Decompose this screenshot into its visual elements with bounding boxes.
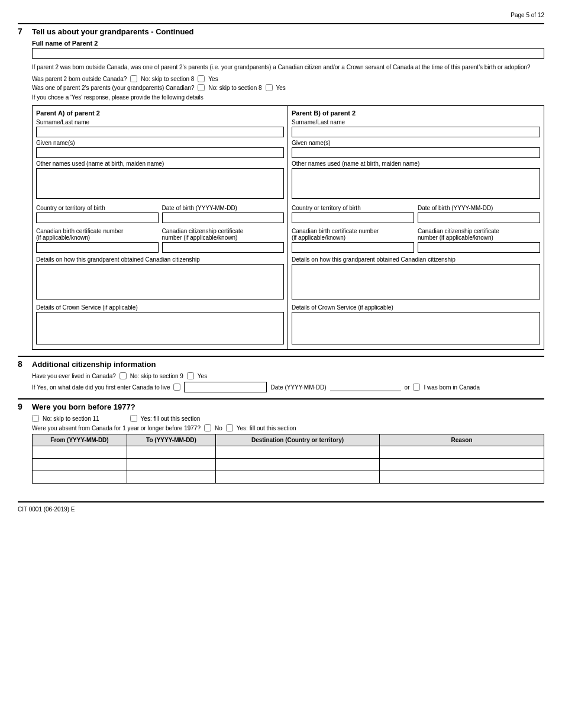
yes-response-text: If you chose a 'Yes' response, please pr… <box>32 94 544 102</box>
absence-table: From (YYYY-MM-DD) To (YYYY-MM-DD) Destin… <box>32 434 544 484</box>
parent2-info-text: If parent 2 was born outside Canada, was… <box>32 63 544 72</box>
born-before-no-label: No: skip to section 11 <box>43 415 99 422</box>
section-9: 9 Were you born before 1977? No: skip to… <box>18 398 544 484</box>
born-outside-no-checkbox[interactable] <box>130 75 137 82</box>
section-9-number: 9 <box>18 402 27 411</box>
absent-yes-label: Yes: fill out this section <box>237 425 296 431</box>
table-from-2[interactable] <box>33 459 127 471</box>
table-header-reason: Reason <box>380 434 544 446</box>
parent-b-given-label: Given name(s) <box>292 140 540 146</box>
born-canada-label: I was born in Canada <box>424 384 480 391</box>
parent-b-surname-label: Surname/Last name <box>292 119 540 125</box>
parent-b-citizenship-cert-label: Canadian citizenship certificate number … <box>418 228 540 241</box>
footer: CIT 0001 (06-2019) E <box>18 501 544 513</box>
section-9-title: Were you born before 1977? <box>32 402 135 411</box>
parent-b-other-names-input[interactable] <box>292 168 540 199</box>
table-reason-3[interactable] <box>380 471 544 483</box>
born-outside-yes-label: Yes <box>208 76 218 82</box>
enter-date-checkbox[interactable] <box>173 384 180 391</box>
parent-a-other-names-input[interactable] <box>36 168 284 199</box>
lived-no-checkbox[interactable] <box>119 372 127 379</box>
table-destination-1[interactable] <box>216 446 380 458</box>
parent-b-dob-label: Date of birth (YYYY-MM-DD) <box>418 205 540 211</box>
absent-label: Were you absent from Canada for 1 year o… <box>32 425 201 431</box>
parent-b-dob-input[interactable] <box>418 212 540 223</box>
parent-a-crown-input[interactable] <box>36 312 284 344</box>
parent-b-country-label: Country or territory of birth <box>292 205 414 211</box>
table-to-1[interactable] <box>127 446 216 458</box>
parent-a-surname-label: Surname/Last name <box>36 119 284 125</box>
lived-yes-checkbox[interactable] <box>187 372 194 379</box>
table-destination-3[interactable] <box>216 471 380 483</box>
section-8-number: 8 <box>18 359 27 369</box>
or-text: or <box>405 384 410 391</box>
table-from-3[interactable] <box>33 471 127 483</box>
full-name-parent2-input[interactable] <box>32 48 544 59</box>
parent-b-birth-cert-label: Canadian birth certificate number (if ap… <box>292 228 414 241</box>
parent-a-birth-cert-input[interactable] <box>36 242 159 253</box>
parent-a-citizenship-cert-input[interactable] <box>162 242 285 253</box>
table-destination-2[interactable] <box>216 459 380 471</box>
table-from-1[interactable] <box>33 446 127 458</box>
table-row <box>33 459 544 471</box>
enter-date-input[interactable] <box>184 382 267 392</box>
full-name-parent2-label: Full name of Parent 2 <box>32 40 544 47</box>
date-placeholder-label: Date (YYYY-MM-DD) <box>270 384 326 391</box>
table-row <box>33 446 544 459</box>
born-outside-label: Was parent 2 born outside Canada? <box>32 76 127 82</box>
lived-canada-label: Have you ever lived in Canada? <box>32 373 116 379</box>
born-before-yes-checkbox[interactable] <box>130 415 137 422</box>
parent-a-birth-cert-label: Canadian birth certificate number (if ap… <box>36 228 159 241</box>
parent-a-dob-input[interactable] <box>162 212 285 223</box>
parent-a-other-names-label: Other names used (name at birth, maiden … <box>36 160 284 167</box>
parent-b-surname-input[interactable] <box>292 127 540 137</box>
parents-canadian-no-checkbox[interactable] <box>198 84 205 91</box>
page-number: Page 5 of 12 <box>18 12 544 18</box>
table-row <box>33 471 544 483</box>
table-header-destination: Destination (Country or territory) <box>216 434 380 446</box>
section-7-title: Tell us about your grandparents - Contin… <box>32 27 194 36</box>
lived-yes-label: Yes <box>198 373 207 379</box>
parent-b-other-names-label: Other names used (name at birth, maiden … <box>292 160 540 167</box>
parent-a-crown-label: Details of Crown Service (if applicable) <box>36 304 284 311</box>
parent-a-country-input[interactable] <box>36 212 159 223</box>
section-8-title: Additional citizenship information <box>32 360 156 369</box>
parent-b-birth-cert-input[interactable] <box>292 242 414 253</box>
parents-canadian-yes-label: Yes <box>276 85 286 91</box>
parent-b-header: Parent B) of parent 2 <box>292 109 540 117</box>
born-outside-yes-checkbox[interactable] <box>198 75 205 82</box>
table-header-from: From (YYYY-MM-DD) <box>33 434 127 446</box>
parent-b-citizenship-cert-input[interactable] <box>418 242 540 253</box>
date-underline <box>330 383 401 391</box>
parent-a-given-label: Given name(s) <box>36 140 284 146</box>
section-7: 7 Tell us about your grandparents - Cont… <box>18 23 544 350</box>
table-reason-2[interactable] <box>380 459 544 471</box>
parent-a-surname-input[interactable] <box>36 127 284 137</box>
parents-canadian-yes-checkbox[interactable] <box>266 84 273 91</box>
enter-date-label: If Yes, on what date did you first enter… <box>32 384 170 391</box>
table-to-3[interactable] <box>127 471 216 483</box>
born-before-no-checkbox[interactable] <box>32 415 39 422</box>
parent-b-column: Parent B) of parent 2 Surname/Last name … <box>288 106 544 349</box>
table-reason-1[interactable] <box>380 446 544 458</box>
parent-b-details-citizenship-label: Details on how this grandparent obtained… <box>292 256 540 263</box>
table-to-2[interactable] <box>127 459 216 471</box>
born-before-yes-label: Yes: fill out this section <box>141 415 201 422</box>
parent-a-citizenship-cert-label: Canadian citizenship certificate number … <box>162 228 285 241</box>
parent-b-given-input[interactable] <box>292 147 540 158</box>
parent-a-details-citizenship-label: Details on how this grandparent obtained… <box>36 256 284 263</box>
absent-no-checkbox[interactable] <box>204 424 211 431</box>
absent-yes-checkbox[interactable] <box>226 424 233 431</box>
parent-a-header: Parent A) of parent 2 <box>36 109 284 117</box>
born-canada-checkbox[interactable] <box>413 384 420 391</box>
parent-a-column: Parent A) of parent 2 Surname/Last name … <box>33 106 288 349</box>
parent-b-country-input[interactable] <box>292 212 414 223</box>
parent-a-details-citizenship-input[interactable] <box>36 264 284 299</box>
parent-b-details-citizenship-input[interactable] <box>292 264 540 299</box>
parent-a-country-label: Country or territory of birth <box>36 205 159 211</box>
form-code: CIT 0001 (06-2019) E <box>18 506 75 513</box>
parents-canadian-label: Was one of parent 2's parents (your gran… <box>32 85 194 91</box>
parent-a-given-input[interactable] <box>36 147 284 158</box>
absent-no-label: No <box>215 425 222 431</box>
parent-b-crown-input[interactable] <box>292 312 540 344</box>
